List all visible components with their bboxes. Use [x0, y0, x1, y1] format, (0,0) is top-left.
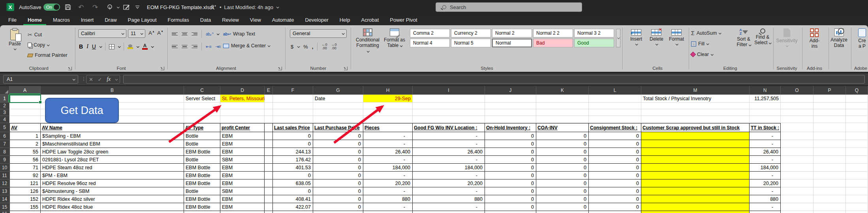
cell-A6[interactable]: 1: [9, 132, 41, 140]
comma-format-icon[interactable]: ,: [312, 44, 314, 50]
cell-E9[interactable]: [265, 156, 273, 164]
underline-dropdown-icon[interactable]: [100, 45, 102, 48]
cell-G12[interactable]: 0: [313, 179, 363, 187]
font-dialog-launcher-icon[interactable]: [161, 67, 164, 70]
row-header-5[interactable]: 5: [0, 123, 9, 132]
cell-E12[interactable]: [265, 179, 273, 187]
cell-F7[interactable]: 0: [273, 140, 313, 148]
cell-K6[interactable]: 0: [536, 132, 589, 140]
tab-help[interactable]: Help: [335, 14, 355, 25]
cell-A5[interactable]: AV: [9, 123, 41, 132]
fill-color-dropdown-icon[interactable]: [137, 45, 139, 48]
cell-A4[interactable]: [9, 116, 41, 123]
confirm-entry-icon[interactable]: ✓: [98, 77, 102, 82]
cell-O2[interactable]: [781, 103, 814, 109]
row-header-14[interactable]: 14: [0, 195, 9, 203]
cell-F3[interactable]: [273, 109, 313, 116]
cell-N15[interactable]: -: [750, 203, 781, 211]
tab-view[interactable]: View: [246, 14, 265, 25]
cell-P9[interactable]: [814, 156, 846, 164]
tab-home[interactable]: Home: [23, 14, 46, 25]
cell-E8[interactable]: [265, 148, 273, 156]
cell-D9[interactable]: SBM: [220, 156, 265, 164]
font-color-icon[interactable]: A: [142, 43, 148, 50]
underline-button[interactable]: U: [92, 43, 96, 50]
cell-F16[interactable]: [273, 211, 313, 213]
cell-I15[interactable]: -: [413, 203, 485, 211]
clear-button[interactable]: Clear: [691, 50, 721, 59]
cell-A7[interactable]: 2: [9, 140, 41, 148]
cell-Q16[interactable]: [846, 211, 868, 213]
align-middle-icon[interactable]: [182, 32, 188, 36]
style-normal[interactable]: Normal: [492, 39, 532, 47]
cell-E15[interactable]: [265, 203, 273, 211]
cell-E6[interactable]: [265, 132, 273, 140]
cell-B7[interactable]: $Maschinenstillstand EBM: [41, 140, 184, 148]
cell-C5[interactable]: AV Type: [184, 123, 220, 132]
shrink-font-button[interactable]: A▼: [157, 30, 163, 36]
cell-K8[interactable]: 0: [536, 148, 589, 156]
row-header-16[interactable]: 16: [0, 211, 9, 213]
cell-P6[interactable]: [814, 132, 846, 140]
cell-L16[interactable]: [589, 211, 641, 213]
tab-formulas[interactable]: Formulas: [163, 14, 194, 25]
cell-H7[interactable]: -: [363, 140, 413, 148]
cell-O14[interactable]: [781, 195, 814, 203]
cell-G14[interactable]: 0: [313, 195, 363, 203]
column-header-G[interactable]: G: [313, 86, 363, 95]
cell-L6[interactable]: 0: [589, 132, 641, 140]
cell-L10[interactable]: 0: [589, 164, 641, 172]
cell-A8[interactable]: 55: [9, 148, 41, 156]
cell-O6[interactable]: [781, 132, 814, 140]
column-header-I[interactable]: I: [413, 86, 485, 95]
cell-L11[interactable]: 0: [589, 172, 641, 179]
percent-format-icon[interactable]: %: [303, 44, 308, 50]
cell-K10[interactable]: 0: [536, 164, 589, 172]
cell-N7[interactable]: -: [750, 140, 781, 148]
cell-I2[interactable]: [413, 103, 485, 109]
cell-F1[interactable]: [273, 95, 313, 103]
sensitivity-button[interactable]: Sensitivity: [776, 28, 797, 47]
cell-D5[interactable]: profit Center: [220, 123, 265, 132]
cell-O7[interactable]: [781, 140, 814, 148]
cell-C1[interactable]: Server Select: [184, 95, 220, 103]
cell-K2[interactable]: [536, 103, 589, 109]
clipboard-dialog-launcher-icon[interactable]: [68, 67, 72, 70]
cell-N11[interactable]: -: [750, 172, 781, 179]
cell-Q3[interactable]: [846, 109, 868, 116]
cell-O10[interactable]: [781, 164, 814, 172]
cell-M14[interactable]: [641, 195, 750, 203]
cell-I7[interactable]: -: [413, 140, 485, 148]
cell-O12[interactable]: [781, 179, 814, 187]
cell-D6[interactable]: EBM: [220, 132, 265, 140]
column-header-N[interactable]: N: [750, 86, 781, 95]
grow-font-button[interactable]: A▲: [148, 30, 155, 36]
cell-E10[interactable]: [265, 164, 273, 172]
cell-D8[interactable]: EBM: [220, 148, 265, 156]
cell-B12[interactable]: HDPE Resolve 96oz red: [41, 179, 184, 187]
cell-Q1[interactable]: [846, 95, 868, 103]
cell-L2[interactable]: [589, 103, 641, 109]
cell-D12[interactable]: EBM: [220, 179, 265, 187]
cell-J13[interactable]: 0: [485, 187, 536, 195]
cell-C4[interactable]: [184, 116, 220, 123]
cell-M4[interactable]: [641, 116, 750, 123]
cell-E11[interactable]: [265, 172, 273, 179]
cell-P7[interactable]: [814, 140, 846, 148]
cell-I16[interactable]: [413, 211, 485, 213]
cell-C9[interactable]: Bottle: [184, 156, 220, 164]
column-header-L[interactable]: L: [589, 86, 641, 95]
style-normal-4[interactable]: Normal 4: [410, 39, 450, 47]
cell-M16[interactable]: [641, 211, 750, 213]
cell-P5[interactable]: [814, 123, 846, 132]
cell-H6[interactable]: -: [363, 132, 413, 140]
cell-I9[interactable]: -: [413, 156, 485, 164]
cell-N14[interactable]: 880: [750, 195, 781, 203]
cell-E5[interactable]: [265, 123, 273, 132]
cell-F13[interactable]: 0: [273, 187, 313, 195]
tab-page-layout[interactable]: Page Layout: [124, 14, 161, 25]
tab-file[interactable]: File: [4, 14, 21, 25]
row-header-8[interactable]: 8: [0, 148, 9, 156]
cell-F2[interactable]: [273, 103, 313, 109]
cell-A3[interactable]: [9, 109, 41, 116]
